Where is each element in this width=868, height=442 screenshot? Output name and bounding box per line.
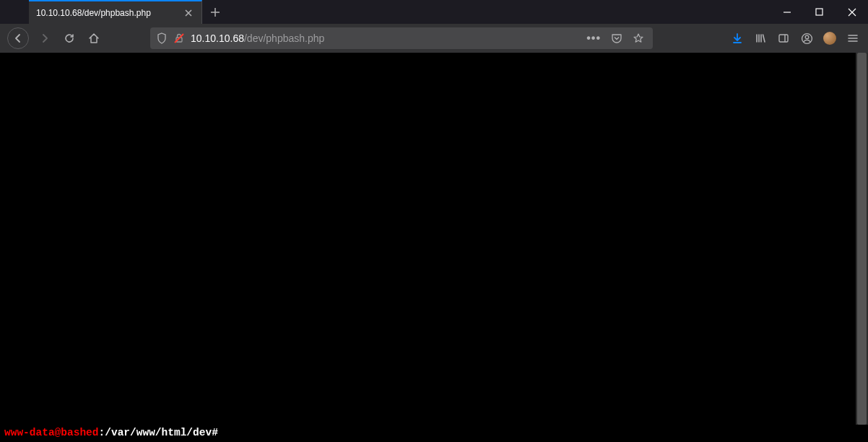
url-text[interactable]: 10.10.10.68/dev/phpbash.php [191, 32, 581, 44]
tab-title: 10.10.10.68/dev/phpbash.php [36, 8, 177, 18]
page-content: www-data@bashed:/var/www/html/dev# [0, 53, 868, 442]
bookmark-star-icon[interactable] [633, 32, 644, 44]
library-button[interactable] [750, 27, 771, 50]
url-bar-container: 10.10.10.68/dev/phpbash.php ••• [150, 27, 653, 49]
url-host: 10.10.10.68 [191, 32, 244, 44]
tab-spacer [0, 0, 29, 24]
maximize-button[interactable] [803, 0, 836, 24]
url-bar[interactable]: 10.10.10.68/dev/phpbash.php ••• [150, 27, 653, 49]
right-toolbar [698, 27, 864, 50]
home-button[interactable] [82, 27, 105, 50]
forward-button[interactable] [33, 27, 56, 50]
insecure-connection-icon[interactable] [173, 32, 185, 44]
scrollbar[interactable] [856, 53, 868, 425]
prompt-user-host: www-data@bashed [4, 427, 99, 438]
scrollbar-thumb[interactable] [857, 53, 867, 425]
url-bar-actions: ••• [586, 32, 647, 44]
shell-prompt[interactable]: www-data@bashed:/var/www/html/dev# [0, 427, 868, 442]
reload-button[interactable] [58, 27, 81, 50]
extension-button[interactable] [819, 27, 841, 50]
back-button[interactable] [7, 27, 29, 49]
sidebar-button[interactable] [773, 27, 794, 50]
window-controls [771, 0, 868, 24]
close-icon[interactable] [183, 7, 194, 19]
palette-icon [823, 32, 836, 45]
pocket-icon[interactable] [611, 32, 622, 44]
svg-point-6 [805, 35, 809, 39]
nav-toolbar: 10.10.10.68/dev/phpbash.php ••• [0, 24, 868, 53]
prompt-path: /var/www/html/dev [105, 427, 212, 438]
browser-tab[interactable]: 10.10.10.68/dev/phpbash.php [29, 0, 202, 24]
svg-rect-3 [779, 35, 788, 42]
svg-rect-0 [816, 9, 823, 15]
prompt-colon: : [99, 427, 105, 438]
window-close-button[interactable] [836, 0, 868, 24]
tab-bar: 10.10.10.68/dev/phpbash.php [0, 0, 868, 24]
url-path: /dev/phpbash.php [244, 32, 324, 44]
menu-button[interactable] [842, 27, 864, 50]
prompt-sign: # [212, 427, 218, 438]
account-button[interactable] [796, 27, 817, 50]
new-tab-button[interactable] [202, 0, 228, 24]
page-actions-icon[interactable]: ••• [586, 35, 601, 41]
minimize-button[interactable] [771, 0, 803, 24]
terminal-output[interactable] [0, 53, 868, 427]
downloads-button[interactable] [726, 27, 748, 50]
shield-icon[interactable] [156, 32, 168, 44]
